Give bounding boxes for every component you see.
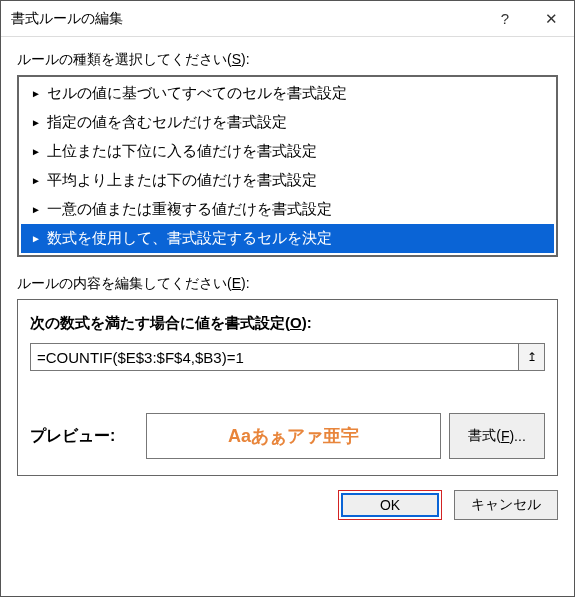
formula-label-key: O [290, 314, 302, 331]
formula-label-prefix: 次の数式を満たす場合に値を書式設定( [30, 314, 290, 331]
formula-label: 次の数式を満たす場合に値を書式設定(O): [30, 314, 545, 333]
range-selector-button[interactable]: ↥ [519, 343, 545, 371]
cancel-button[interactable]: キャンセル [454, 490, 558, 520]
rule-content-label-suffix: ): [241, 275, 250, 291]
rule-content-label-key: E [232, 275, 241, 291]
rule-type-item-formula[interactable]: ► 数式を使用して、書式設定するセルを決定 [21, 224, 554, 253]
close-icon: ✕ [545, 10, 558, 28]
bullet-icon: ► [31, 205, 41, 215]
preview-label: プレビュー: [30, 426, 138, 447]
bullet-icon: ► [31, 89, 41, 99]
dialog-body: ルールの種類を選択してください(S): ► セルの値に基づいてすべてのセルを書式… [1, 37, 574, 596]
formula-label-suffix: ): [302, 314, 312, 331]
rule-type-list: ► セルの値に基づいてすべてのセルを書式設定 ► 指定の値を含むセルだけを書式設… [17, 75, 558, 257]
spacer [17, 257, 558, 275]
rule-content-box: 次の数式を満たす場合に値を書式設定(O): ↥ プレビュー: Aaあぁアァ亜宇 … [17, 299, 558, 476]
rule-type-item-top-bottom[interactable]: ► 上位または下位に入る値だけを書式設定 [21, 137, 554, 166]
rule-type-item-average[interactable]: ► 平均より上または下の値だけを書式設定 [21, 166, 554, 195]
rule-type-label-prefix: ルールの種類を選択してください( [17, 51, 232, 67]
preview-sample: Aaあぁアァ亜宇 [146, 413, 441, 459]
ok-button-label: OK [380, 497, 400, 513]
rule-type-label-key: S [232, 51, 241, 67]
format-button-prefix: 書式( [468, 427, 501, 445]
dialog-title: 書式ルールの編集 [11, 10, 482, 28]
help-button[interactable]: ? [482, 1, 528, 37]
format-button-key: F [501, 428, 510, 444]
rule-type-item-label: 一意の値または重複する値だけを書式設定 [47, 200, 332, 219]
formula-row: ↥ [30, 343, 545, 371]
close-button[interactable]: ✕ [528, 1, 574, 37]
bullet-icon: ► [31, 234, 41, 244]
format-button[interactable]: 書式(F)... [449, 413, 545, 459]
bullet-icon: ► [31, 147, 41, 157]
rule-type-item-cell-value[interactable]: ► セルの値に基づいてすべてのセルを書式設定 [21, 79, 554, 108]
ok-button-highlight: OK [338, 490, 442, 520]
edit-formatting-rule-dialog: 書式ルールの編集 ? ✕ ルールの種類を選択してください(S): ► セルの値に… [0, 0, 575, 597]
format-button-suffix: )... [509, 428, 525, 444]
rule-type-label: ルールの種類を選択してください(S): [17, 51, 558, 69]
cancel-button-label: キャンセル [471, 496, 541, 514]
rule-type-item-label: 上位または下位に入る値だけを書式設定 [47, 142, 317, 161]
titlebar: 書式ルールの編集 ? ✕ [1, 1, 574, 37]
rule-content-label: ルールの内容を編集してください(E): [17, 275, 558, 293]
bullet-icon: ► [31, 118, 41, 128]
rule-type-item-unique-duplicate[interactable]: ► 一意の値または重複する値だけを書式設定 [21, 195, 554, 224]
rule-type-item-label: セルの値に基づいてすべてのセルを書式設定 [47, 84, 347, 103]
rule-type-item-label: 数式を使用して、書式設定するセルを決定 [47, 229, 332, 248]
rule-type-item-label: 平均より上または下の値だけを書式設定 [47, 171, 317, 190]
collapse-dialog-icon: ↥ [527, 351, 537, 363]
dialog-button-row: OK キャンセル [17, 490, 558, 520]
rule-content-label-prefix: ルールの内容を編集してください( [17, 275, 232, 291]
rule-type-label-suffix: ): [241, 51, 250, 67]
bullet-icon: ► [31, 176, 41, 186]
ok-button[interactable]: OK [341, 493, 439, 517]
help-icon: ? [501, 10, 509, 27]
rule-type-item-specific-value[interactable]: ► 指定の値を含むセルだけを書式設定 [21, 108, 554, 137]
rule-type-item-label: 指定の値を含むセルだけを書式設定 [47, 113, 287, 132]
preview-row: プレビュー: Aaあぁアァ亜宇 書式(F)... [30, 413, 545, 459]
formula-input[interactable] [30, 343, 519, 371]
